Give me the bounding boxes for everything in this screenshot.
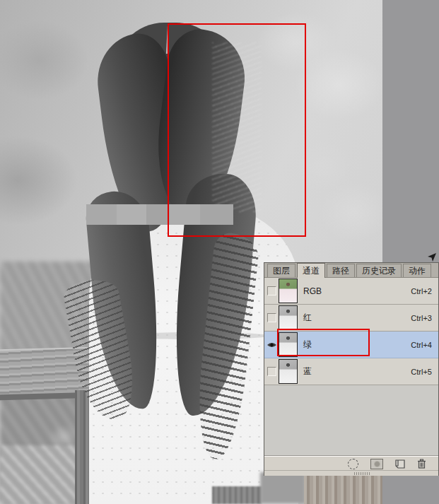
channel-row-rgb[interactable]: RGB Ctrl+2 [264,278,438,305]
censor-segment [117,204,146,225]
load-channel-as-selection-button[interactable] [348,459,358,469]
save-selection-as-channel-button[interactable] [370,459,383,469]
dashed-circle-icon [348,459,358,469]
channel-name: 红 [303,312,312,324]
delete-channel-button[interactable] [417,459,426,469]
selection-rectangle [168,23,306,237]
visibility-toggle[interactable] [264,286,279,295]
dark-wood-bottom [212,486,262,504]
grass-streaks [0,445,78,504]
tab-layers[interactable]: 图层 [267,264,295,277]
channel-shortcut: Ctrl+5 [411,368,432,376]
channel-shortcut: Ctrl+3 [411,314,432,322]
visibility-toggle[interactable] [264,367,279,376]
resize-grip-icon [354,472,371,475]
new-channel-button[interactable] [395,459,405,469]
tab-paths[interactable]: 路径 [327,264,355,277]
channel-thumbnail[interactable] [279,359,298,384]
channels-panel: 图层 通道 路径 历史记录 动作 RGB Ctrl+2 红 Ctrl+3 [264,262,439,476]
tab-actions[interactable]: 动作 [403,264,431,277]
channel-thumbnail[interactable] [279,305,298,330]
green-channel-highlight-rectangle [277,329,370,356]
censor-segment [86,204,117,225]
censor-segment [146,204,170,225]
mouse-cursor-arrow [426,252,438,263]
panel-tab-strip: 图层 通道 路径 历史记录 动作 [264,263,438,278]
channel-thumbnail[interactable] [279,279,298,303]
channel-shortcut: Ctrl+4 [411,341,432,349]
panel-footer [264,456,438,471]
visibility-checkbox-empty[interactable] [267,286,276,295]
trash-icon [417,459,426,469]
channel-row-blue[interactable]: 蓝 Ctrl+5 [264,358,438,385]
tab-channels[interactable]: 通道 [297,263,325,278]
visibility-toggle[interactable] [264,313,279,322]
visibility-checkbox-empty[interactable] [267,313,276,322]
panel-resize-bar[interactable] [264,470,438,476]
channel-row-red[interactable]: 红 Ctrl+3 [264,305,438,332]
visibility-toggle[interactable] [264,341,279,348]
channel-shortcut: Ctrl+2 [411,287,432,295]
channel-name: RGB [303,286,322,296]
channel-name: 蓝 [303,365,312,377]
new-page-icon [395,459,405,469]
screenshot-root: 图层 通道 路径 历史记录 动作 RGB Ctrl+2 红 Ctrl+3 [0,0,439,504]
eye-icon [267,341,277,348]
tab-history[interactable]: 历史记录 [356,264,402,277]
visibility-checkbox-empty[interactable] [267,367,276,376]
channel-list-empty-area [264,385,438,456]
blurred-post-bottom [260,472,305,504]
square-circle-icon [370,459,383,469]
